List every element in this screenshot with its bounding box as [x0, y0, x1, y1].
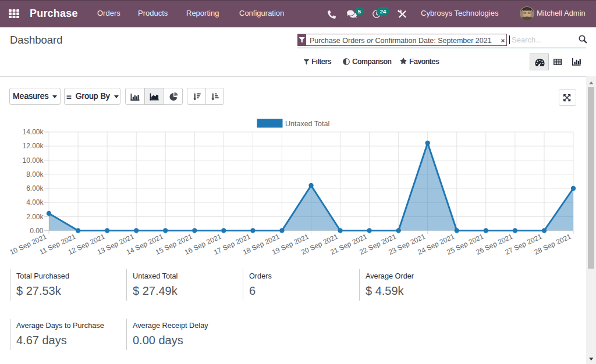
svg-text:4.00k: 4.00k — [26, 198, 44, 206]
svg-text:2.00k: 2.00k — [26, 213, 44, 221]
svg-text:Untaxed Total: Untaxed Total — [285, 120, 329, 128]
svg-text:12.00k: 12.00k — [22, 142, 44, 150]
svg-text:10.00k: 10.00k — [22, 156, 44, 165]
svg-text:8.00k: 8.00k — [26, 170, 44, 179]
svg-text:14.00k: 14.00k — [22, 128, 44, 136]
svg-text:6.00k: 6.00k — [26, 184, 44, 192]
